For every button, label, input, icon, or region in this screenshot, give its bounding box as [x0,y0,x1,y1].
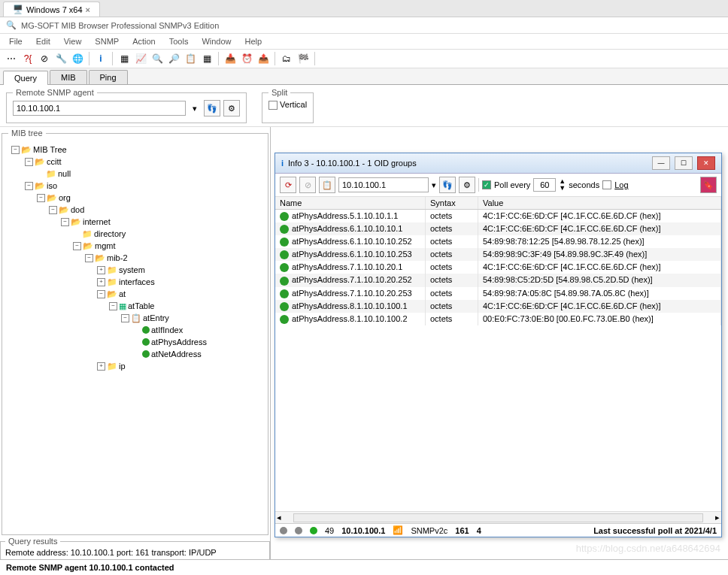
toolbar-btn[interactable]: ⊘ [38,52,51,65]
tree-item[interactable]: system [119,264,145,276]
col-value[interactable]: Value [478,197,721,209]
close-button[interactable]: ✕ [697,156,715,170]
tree-toggle[interactable]: + [97,266,105,274]
mib-tree[interactable]: −📂 MIB Tree −📂 ccitt 📁 null −📂 iso −📂 or… [8,141,262,528]
tree-toggle[interactable]: + [97,278,105,286]
poll-interval-input[interactable] [533,178,556,192]
dropdown-icon[interactable]: ▾ [432,180,436,190]
toolbar-btn[interactable]: 🗂 [280,52,293,65]
tree-item[interactable]: atPhysAddress [151,336,207,348]
log-checkbox[interactable] [602,180,611,189]
tree-item[interactable]: null [58,168,71,180]
menu-window[interactable]: Window [196,35,237,47]
table-row[interactable]: atPhysAddress.7.1.10.10.20.253 octets 54… [275,287,721,300]
tree-toggle[interactable]: − [97,290,105,298]
table-row[interactable]: atPhysAddress.7.1.10.10.20.1 octets 4C:1… [275,261,721,274]
table-row[interactable]: atPhysAddress.6.1.10.10.10.1 octets 4C:1… [275,222,721,235]
table-icon[interactable]: ▦ [117,52,131,65]
toolbar-btn[interactable]: 📥 [223,52,237,65]
tree-toggle[interactable]: + [97,362,105,371]
toolbar-btn[interactable]: 🏁 [296,52,310,65]
bookmark-icon[interactable]: 🔖 [700,177,717,193]
close-icon[interactable]: × [86,5,90,14]
col-name[interactable]: Name [275,197,426,209]
dropdown-icon[interactable]: ▾ [189,104,201,113]
tree-item[interactable]: atEntry [143,312,169,324]
table-row[interactable]: atPhysAddress.6.1.10.10.10.252 octets 54… [275,235,721,248]
col-syntax[interactable]: Syntax [426,197,478,209]
settings-icon[interactable]: ⚙ [223,100,240,117]
minimize-button[interactable]: — [652,156,670,170]
tree-item[interactable]: directory [94,228,126,240]
toolbar-btn[interactable]: ⋯ [5,52,18,65]
tree-item[interactable]: dod [71,204,84,216]
toolbar-btn[interactable]: 📋 [184,52,197,65]
tree-item[interactable]: ccitt [47,156,62,168]
tree-item[interactable]: mib-2 [107,252,128,264]
toolbar-btn[interactable]: 🔍 [150,52,164,65]
walk-icon[interactable]: 👣 [204,100,220,117]
table-row[interactable]: atPhysAddress.8.1.10.10.100.2 octets 00:… [275,313,721,325]
toolbar-btn[interactable]: 🔎 [167,52,180,65]
tree-item[interactable]: at [119,288,126,300]
copy-icon[interactable]: 📋 [319,177,335,193]
toolbar-btn[interactable]: ▦ [200,52,214,65]
table-row[interactable]: atPhysAddress.7.1.10.10.20.252 octets 54… [275,274,721,286]
tree-toggle[interactable]: − [121,314,129,322]
info-address-input[interactable] [338,177,429,192]
tree-toggle[interactable]: − [25,158,33,166]
spinner-icon[interactable]: ▲▼ [559,178,566,192]
tree-item[interactable]: iso [47,180,57,192]
settings-icon[interactable]: ⚙ [459,177,475,193]
tab-query[interactable]: Query [3,71,48,85]
maximize-button[interactable]: ☐ [675,156,693,170]
chart-icon[interactable]: 📈 [134,52,147,65]
table-row[interactable]: atPhysAddress.5.1.10.10.1.1 octets 4C:1F… [275,210,721,222]
tree-item[interactable]: mgmt [95,240,116,252]
menu-snmp[interactable]: SNMP [89,35,125,47]
tree-toggle[interactable]: − [37,194,45,202]
tree-root[interactable]: MIB Tree [33,144,67,156]
menu-file[interactable]: File [3,35,29,47]
tree-toggle[interactable]: − [85,254,93,262]
tree-toggle[interactable]: − [49,206,57,214]
menu-edit[interactable]: Edit [30,35,56,47]
toolbar-btn[interactable]: ⏰ [240,52,253,65]
vertical-checkbox[interactable] [268,101,278,110]
tree-item[interactable]: ip [119,360,126,372]
tree-toggle[interactable]: − [25,182,33,190]
menu-action[interactable]: Action [126,35,162,47]
walk-icon[interactable]: 👣 [439,177,456,193]
info-table-body[interactable]: atPhysAddress.5.1.10.10.1.1 octets 4C:1F… [275,210,721,511]
remote-agent-input[interactable] [13,101,186,116]
leaf-icon [280,302,289,311]
tab-mib[interactable]: MIB [50,70,87,84]
refresh-icon[interactable]: ⟳ [280,177,296,193]
tree-item[interactable]: internet [83,216,111,228]
menu-tools[interactable]: Tools [163,35,195,47]
vm-tab[interactable]: 🖥️ Windows 7 x64 × [3,2,100,17]
tab-ping[interactable]: Ping [89,70,128,84]
info-titlebar[interactable]: i Info 3 - 10.10.100.1 - 1 OID groups — … [275,153,721,174]
tree-toggle[interactable]: − [109,302,117,310]
poll-checkbox[interactable]: ✓ [482,180,491,189]
tree-toggle[interactable]: − [73,242,81,250]
menu-view[interactable]: View [58,35,88,47]
globe-icon[interactable]: 🌐 [71,52,84,65]
menu-help[interactable]: Help [239,35,268,47]
tree-item[interactable]: org [59,192,71,204]
tree-item[interactable]: interfaces [119,276,155,288]
tree-toggle[interactable]: − [11,146,20,154]
toolbar-btn[interactable]: 📤 [256,52,270,65]
tree-toggle[interactable]: − [61,218,69,226]
horizontal-scrollbar[interactable]: ◂▸ [275,511,721,523]
tree-item[interactable]: atNetAddress [151,348,202,360]
stop-icon[interactable]: ⊘ [299,177,316,193]
info-icon[interactable]: i [94,52,108,65]
tree-item[interactable]: atTable [128,300,154,312]
tree-item[interactable]: atIfIndex [151,324,183,336]
toolbar-btn[interactable]: 🔧 [54,52,68,65]
table-row[interactable]: atPhysAddress.6.1.10.10.10.253 octets 54… [275,248,721,261]
table-row[interactable]: atPhysAddress.8.1.10.10.100.1 octets 4C:… [275,300,721,313]
toolbar-btn[interactable]: ?{ [21,52,35,65]
